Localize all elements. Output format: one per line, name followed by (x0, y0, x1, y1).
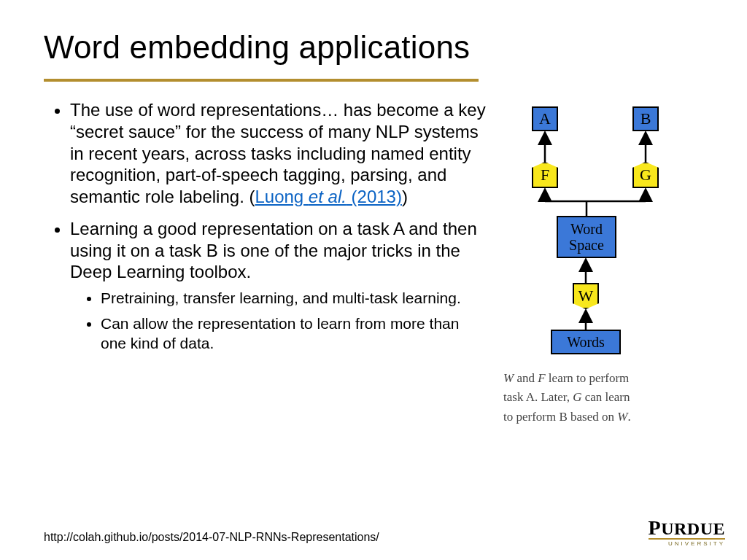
node-a: A (532, 106, 558, 131)
bullet-2: Learning a good representation on a task… (70, 218, 486, 354)
sub-bullet-1: Pretraining, transfer learning, and mult… (101, 289, 486, 308)
node-g: G (632, 162, 659, 188)
node-words: Words (551, 330, 621, 354)
citation-em: et al. (309, 187, 347, 206)
node-f: F (532, 162, 558, 188)
sub-bullet-list: Pretraining, transfer learning, and mult… (70, 289, 486, 354)
title-rule (44, 79, 479, 82)
bullet-1-text-post: ) (402, 187, 408, 206)
text-column: The use of word representations… has bec… (44, 99, 486, 427)
cap-t3c: . (627, 410, 630, 424)
slide-title: Word embedding applications (44, 29, 703, 66)
node-word-space: Word Space (557, 216, 616, 258)
citation-post: (2013) (347, 187, 402, 206)
cap-g: G (573, 390, 581, 404)
slide-body: The use of word representations… has bec… (44, 99, 703, 427)
purdue-logo: PURDUE UNIVERSITY (649, 516, 725, 547)
figure-caption: W and F learn to perform task A. Later, … (500, 365, 690, 427)
cap-t1d: learn to perform (546, 371, 630, 385)
cap-f: F (538, 371, 545, 385)
bullet-1: The use of word representations… has bec… (70, 99, 486, 208)
cap-w1: W (503, 371, 514, 385)
cap-t2a: task A. Later, (503, 390, 573, 404)
diagram: A B F G Word Space W Words (519, 106, 672, 362)
slide: Word embedding applications The use of w… (0, 0, 747, 560)
logo-main: PURDUE (649, 516, 725, 540)
cap-t3a: to perform B based on (503, 410, 617, 424)
node-w: W (573, 283, 599, 309)
node-b: B (632, 106, 659, 131)
cap-t1b: and (514, 371, 538, 385)
citation-pre: Luong (255, 187, 308, 206)
footer-url: http://colah.github.io/posts/2014-07-NLP… (44, 531, 379, 544)
bullet-list: The use of word representations… has bec… (44, 99, 486, 354)
figure-column: A B F G Word Space W Words W and F learn… (500, 99, 690, 427)
bullet-2-text: Learning a good representation on a task… (70, 219, 477, 282)
citation-link[interactable]: Luong et al. (2013) (255, 187, 401, 206)
cap-t2c: can learn (581, 390, 630, 404)
cap-w2: W (617, 410, 627, 424)
sub-bullet-2: Can allow the representation to learn fr… (101, 314, 486, 354)
